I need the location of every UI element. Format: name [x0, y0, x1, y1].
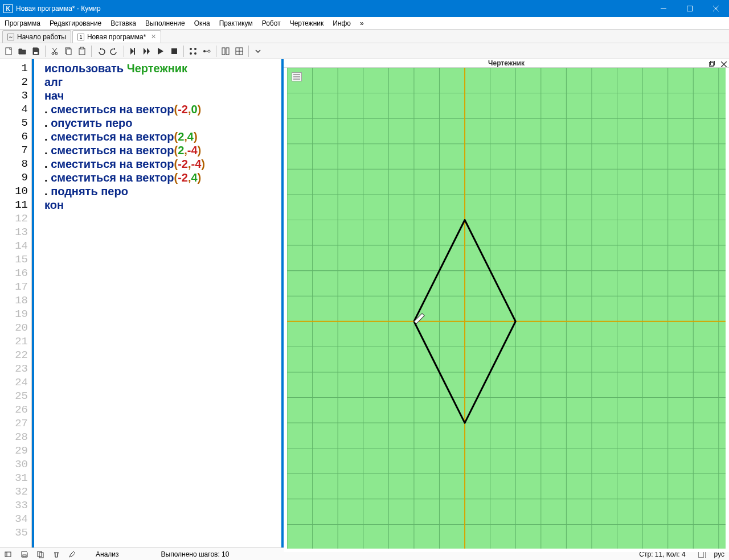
toolbar-separator	[124, 46, 124, 57]
svg-point-18	[203, 50, 206, 52]
line-number: 16	[0, 266, 31, 280]
line-number: 32	[0, 485, 31, 499]
line-number: 3	[0, 89, 31, 102]
close-button[interactable]	[703, 0, 729, 17]
paste-button[interactable]	[76, 45, 88, 57]
line-number: 20	[0, 321, 31, 335]
toolbar-separator	[183, 46, 184, 57]
edit-icon[interactable]	[68, 550, 76, 558]
line-number: 33	[0, 499, 31, 512]
tab-1[interactable]: 1Новая программа*✕	[72, 30, 162, 43]
line-number: 6	[0, 130, 31, 143]
line-number: 18	[0, 294, 31, 307]
menu-item-3[interactable]: Выполнение	[141, 17, 190, 30]
line-number: 17	[0, 280, 31, 294]
canvas-hamburger-icon[interactable]	[292, 72, 302, 81]
line-number: 24	[0, 376, 31, 389]
svg-point-19	[208, 50, 210, 52]
line-number: 27	[0, 417, 31, 430]
line-number: 35	[0, 526, 31, 540]
line-number: 1	[0, 61, 31, 75]
code-line: кон	[44, 198, 279, 212]
code-editor[interactable]: использовать Чертежникалгнач. сместиться…	[32, 59, 281, 547]
save-button[interactable]	[30, 45, 42, 57]
title-bar: K Новая программа* - Кумир	[0, 0, 729, 17]
svg-point-16	[190, 52, 192, 55]
drawer-title: Чертежник	[488, 59, 525, 67]
line-number: 8	[0, 157, 31, 171]
more-button[interactable]	[252, 45, 264, 57]
grid-toggle-button[interactable]	[200, 45, 213, 57]
tab-icon: 1	[77, 34, 84, 40]
menu-item-0[interactable]: Программа	[0, 17, 45, 30]
maximize-button[interactable]	[677, 0, 703, 17]
menu-bar: ПрограммаРедактированиеВставкаВыполнение…	[0, 17, 729, 30]
toolbar-separator	[45, 46, 46, 57]
svg-rect-26	[710, 63, 714, 67]
toolbar	[0, 43, 729, 59]
status-icon-1[interactable]	[5, 550, 13, 558]
menu-item-8[interactable]: Инфо	[328, 17, 355, 30]
code-line: нач	[44, 89, 279, 102]
tab-0[interactable]: ∼Начало работы	[2, 30, 71, 43]
status-steps: Выполнено шагов: 10	[161, 550, 230, 558]
tab-icon: ∼	[7, 34, 14, 40]
svg-rect-27	[711, 61, 715, 65]
run-big-button[interactable]	[154, 45, 167, 57]
line-number: 11	[0, 198, 31, 212]
line-number: 15	[0, 253, 31, 266]
line-number: 9	[0, 171, 31, 184]
open-button[interactable]	[16, 45, 28, 57]
line-number: 21	[0, 335, 31, 348]
menu-item-2[interactable]: Вставка	[106, 17, 141, 30]
menu-item-4[interactable]: Окна	[190, 17, 215, 30]
line-number: 5	[0, 116, 31, 130]
line-number: 4	[0, 102, 31, 116]
ruler-button[interactable]	[219, 45, 232, 57]
new-button[interactable]	[2, 45, 15, 57]
grid-on-button[interactable]	[187, 45, 199, 57]
code-line: . опустить перо	[44, 116, 279, 130]
cut-button[interactable]	[48, 45, 61, 57]
line-number: 26	[0, 403, 31, 417]
toolbar-separator	[216, 46, 216, 57]
line-number: 14	[0, 239, 31, 253]
toolbar-separator	[91, 46, 92, 57]
svg-rect-1	[687, 6, 693, 11]
stop-button[interactable]	[168, 45, 181, 57]
run-fast-button[interactable]	[127, 45, 140, 57]
drawer-pane: Чертежник	[284, 59, 729, 547]
drawer-canvas[interactable]	[284, 68, 729, 552]
menu-item-6[interactable]: Робот	[257, 17, 285, 30]
minimize-button[interactable]	[650, 0, 677, 17]
redo-button[interactable]	[108, 45, 121, 57]
status-analysis: Анализ	[96, 550, 119, 558]
line-number: 25	[0, 389, 31, 403]
menu-item-7[interactable]: Чертежник	[285, 17, 329, 30]
layout-button[interactable]	[233, 45, 245, 57]
menu-item-5[interactable]: Практикум	[215, 17, 257, 30]
line-number: 31	[0, 471, 31, 485]
trash-icon[interactable]	[52, 550, 60, 558]
editor-pane: 1234567891011121314151617181920212223242…	[0, 59, 284, 547]
svg-rect-82	[23, 555, 26, 557]
copy-icon[interactable]	[36, 550, 44, 558]
run-step-button[interactable]	[141, 45, 153, 57]
tab-close-icon[interactable]: ✕	[151, 33, 156, 40]
undo-button[interactable]	[95, 45, 107, 57]
line-number: 34	[0, 512, 31, 526]
tab-label: Начало работы	[17, 33, 66, 41]
code-line: . сместиться на вектор(-2,0)	[44, 102, 279, 116]
grid-canvas	[287, 68, 726, 549]
svg-rect-13	[171, 48, 177, 54]
save-icon[interactable]	[21, 550, 28, 558]
app-icon: K	[3, 4, 13, 13]
svg-rect-10	[79, 48, 85, 55]
line-number: 7	[0, 143, 31, 157]
code-line: . сместиться на вектор(-2,4)	[44, 171, 279, 184]
menu-item-9[interactable]: »	[355, 17, 368, 30]
menu-item-1[interactable]: Редактирование	[45, 17, 106, 30]
line-number: 13	[0, 225, 31, 239]
svg-rect-22	[226, 48, 229, 55]
copy-button[interactable]	[62, 45, 75, 57]
